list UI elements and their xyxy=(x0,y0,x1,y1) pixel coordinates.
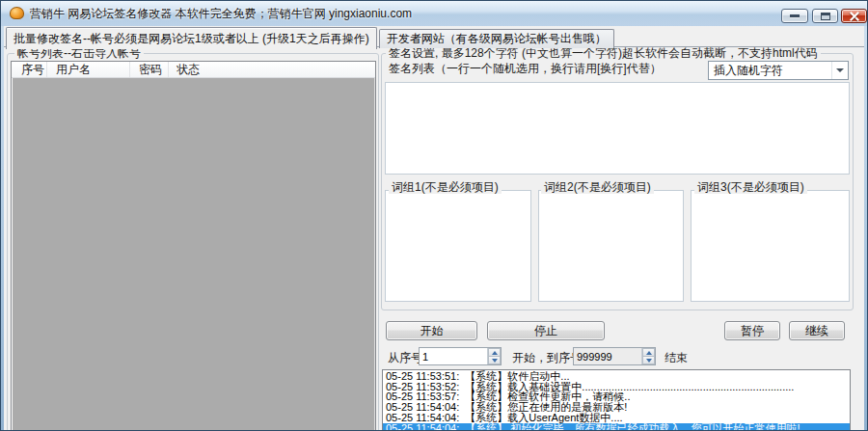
titlebar[interactable]: 营销牛 网易论坛签名修改器 本软件完全免费；营销牛官网 yingxiaoniu.… xyxy=(1,1,867,26)
phrase-group-1-label: 词组1(不是必须项目) xyxy=(389,181,502,194)
window-title: 营销牛 网易论坛签名修改器 本软件完全免费；营销牛官网 yingxiaoniu.… xyxy=(30,6,412,22)
to-sequence-input[interactable] xyxy=(574,348,641,364)
from-sequence-spinner xyxy=(419,347,502,365)
phrase-group-2-textarea[interactable] xyxy=(538,190,684,302)
signature-group-label: 签名设置, 最多128个字符 (中文也算一个字符)超长软件会自动截断，不支持ht… xyxy=(386,47,821,60)
phrase-group-1-textarea[interactable] xyxy=(385,190,531,302)
spin-up-icon xyxy=(646,351,652,355)
account-list-header: 序号 用户名 密码 状态 xyxy=(12,62,375,78)
stop-button[interactable]: 停止 xyxy=(487,321,605,340)
signature-list-label: 签名列表（一行一个随机选用，换行请用[换行]代替） xyxy=(389,61,662,77)
tab-batch-modify-signature[interactable]: 批量修改签名--帐号必须是网易论坛1级或者以上 (升级1天之后再操作) xyxy=(6,27,377,49)
resume-button[interactable]: 继续 xyxy=(789,321,845,340)
column-header-username[interactable]: 用户名 xyxy=(47,62,130,77)
close-button[interactable] xyxy=(841,9,867,23)
phrase-group-3-textarea[interactable] xyxy=(691,190,850,302)
spin-up-icon xyxy=(492,351,498,355)
column-header-status[interactable]: 状态 xyxy=(169,62,375,77)
tab-developer-website[interactable]: 开发者网站（有各级网易论坛帐号出售哦） xyxy=(379,29,614,48)
dropdown-selected-value: 插入随机字符 xyxy=(709,63,831,79)
between-sequence-label: 开始，到序号 xyxy=(512,350,582,366)
spin-down-button[interactable] xyxy=(488,356,501,364)
maximize-button[interactable] xyxy=(812,9,838,23)
spinner-buttons xyxy=(487,348,501,364)
spin-down-icon xyxy=(646,359,652,363)
spin-up-button[interactable] xyxy=(488,348,501,356)
maximize-icon xyxy=(821,13,830,20)
app-icon xyxy=(10,7,24,19)
log-line-selected[interactable]: 05-25 11:54:04: 【系统】 初始化完毕，所有数据已经成功载入，您可… xyxy=(383,423,850,431)
column-header-password[interactable]: 密码 xyxy=(130,62,169,77)
minimize-icon xyxy=(790,14,800,17)
spin-down-button[interactable] xyxy=(642,356,655,364)
end-sequence-label: 结束 xyxy=(665,350,688,366)
spinner-buttons xyxy=(641,348,655,364)
account-listview[interactable]: 序号 用户名 密码 状态 xyxy=(11,61,376,431)
start-button[interactable]: 开始 xyxy=(386,321,477,340)
log-line[interactable]: 05-25 11:54:04: 【系统】载入UserAgent数据中.... xyxy=(383,413,850,423)
signature-list-textarea[interactable] xyxy=(385,82,850,175)
log-output-box[interactable]: 05-25 11:53:51: 【系统】软件启动中... 05-25 11:53… xyxy=(382,369,851,431)
phrase-group-3-label: 词组3(不是必须项目) xyxy=(694,181,807,194)
from-sequence-input[interactable] xyxy=(420,348,487,364)
close-icon xyxy=(849,12,860,21)
column-header-index[interactable]: 序号 xyxy=(12,62,47,77)
tabstrip: 批量修改签名--帐号必须是网易论坛1级或者以上 (升级1天之后再操作) 开发者网… xyxy=(6,27,616,48)
account-list-body[interactable] xyxy=(12,78,375,431)
app-window: 营销牛 网易论坛签名修改器 本软件完全免费；营销牛官网 yingxiaoniu.… xyxy=(0,0,868,431)
insert-random-chars-dropdown[interactable]: 插入随机字符 xyxy=(708,61,849,80)
spin-down-icon xyxy=(492,359,498,363)
dropdown-arrow-zone[interactable] xyxy=(831,62,848,79)
minimize-button[interactable] xyxy=(781,9,808,23)
chevron-down-icon xyxy=(836,68,844,72)
spin-up-button[interactable] xyxy=(642,348,655,356)
to-sequence-spinner xyxy=(573,347,656,365)
from-sequence-label: 从序号 xyxy=(388,350,422,366)
phrase-group-2-label: 词组2(不是必须项目) xyxy=(541,181,654,194)
pause-button[interactable]: 暂停 xyxy=(724,321,780,340)
